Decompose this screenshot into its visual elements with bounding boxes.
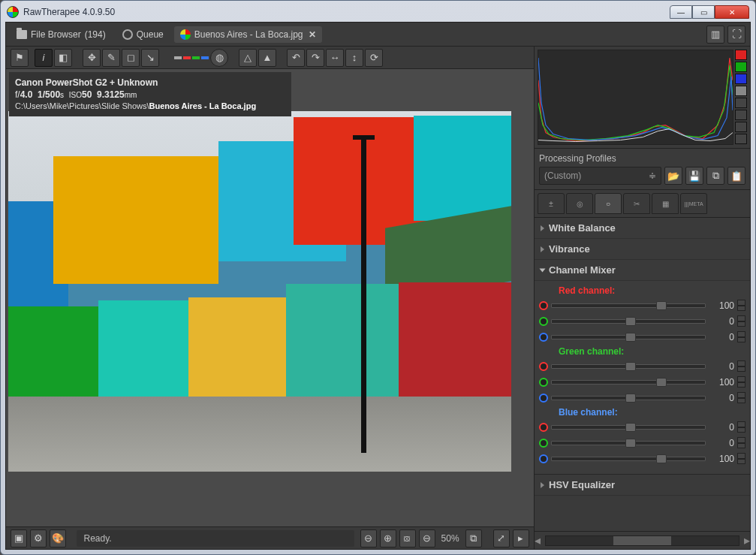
panel-title: White Balance — [549, 222, 616, 234]
spinner[interactable] — [737, 392, 745, 403]
move-tool-button[interactable]: ✥ — [83, 49, 101, 67]
panel-white-balance[interactable]: White Balance — [535, 218, 750, 239]
close-button[interactable]: ✕ — [715, 5, 749, 19]
spinner[interactable] — [737, 315, 745, 327]
titlebar[interactable]: RawTherapee 4.0.9.50 — ▭ ✕ — [5, 5, 751, 22]
histogram-green-toggle[interactable] — [735, 62, 747, 72]
reset-icon[interactable] — [539, 378, 548, 387]
reset-icon[interactable] — [539, 439, 548, 448]
tool-tab-raw[interactable]: ▦ — [652, 193, 679, 214]
preview-channel-chips — [174, 56, 209, 59]
tab-image[interactable]: Buenos Aires - La Boca.jpg ✕ — [174, 26, 322, 43]
reset-icon[interactable] — [539, 394, 548, 403]
rotate-right-button[interactable]: ↷ — [306, 49, 324, 67]
flip-h-button[interactable]: ↔ — [326, 49, 344, 67]
chevron-right-icon[interactable]: ▸ — [744, 533, 750, 547]
spinner[interactable] — [737, 376, 745, 388]
panel-hsv-equalizer[interactable]: HSV Equalizer — [535, 475, 750, 496]
profile-copy-button[interactable]: ⧉ — [706, 167, 724, 185]
zoom-out-full-button[interactable]: ⊖ — [360, 529, 377, 547]
image-viewport[interactable]: Canon PowerShot G2 + Unknown f/4.0 1/500… — [6, 69, 534, 526]
reset-icon[interactable] — [539, 301, 548, 310]
red-chip[interactable] — [183, 56, 191, 59]
panel-vibrance[interactable]: Vibrance — [535, 239, 750, 260]
green-g-value: 100 — [709, 377, 734, 388]
green-b-slider[interactable] — [551, 396, 706, 400]
zoom-in-button[interactable]: ⊕ — [380, 529, 396, 547]
new-detail-window-button[interactable]: ⧉ — [465, 529, 482, 547]
spinner[interactable] — [737, 453, 745, 464]
tab-queue[interactable]: Queue — [116, 26, 170, 43]
green-r-slider[interactable] — [551, 364, 706, 369]
fullscreen-button[interactable]: ⛶ — [727, 26, 745, 44]
profile-load-button[interactable]: 📂 — [664, 167, 682, 185]
profile-paste-button[interactable]: 📋 — [727, 167, 745, 185]
histogram-canvas[interactable] — [538, 50, 733, 145]
reset-icon[interactable] — [539, 362, 548, 371]
info-toggle-button[interactable]: i — [35, 49, 53, 67]
edit-external-button[interactable]: 🎨 — [50, 529, 66, 547]
reset-icon[interactable] — [539, 423, 548, 432]
focus-mask-button[interactable]: ◍ — [210, 49, 228, 67]
blue-r-slider[interactable] — [551, 425, 706, 430]
histogram-luma-toggle[interactable] — [735, 86, 747, 96]
maximize-button[interactable]: ▭ — [692, 5, 715, 19]
blue-b-slider[interactable] — [551, 457, 706, 461]
spinner[interactable] — [737, 360, 745, 372]
chevron-left-icon[interactable]: ◂ — [535, 533, 541, 547]
tool-tab-detail[interactable]: ◎ — [566, 193, 593, 214]
tab-file-browser[interactable]: File Browser (194) — [11, 26, 112, 43]
highlight-clip-button[interactable]: △ — [239, 49, 257, 67]
histogram-blue-toggle[interactable] — [735, 74, 747, 84]
red-b-value: 0 — [709, 332, 734, 342]
save-button[interactable]: ▣ — [11, 529, 27, 547]
shadow-clip-button[interactable]: ▲ — [258, 49, 276, 67]
straighten-tool-button[interactable]: ↘ — [141, 49, 159, 67]
auto-transform-button[interactable]: ⟳ — [365, 49, 383, 67]
zoom-out-button[interactable]: ⊖ — [419, 529, 435, 547]
layout-toggle-button[interactable]: ▥ — [706, 26, 724, 44]
panel-channel-mixer[interactable]: Channel Mixer — [535, 260, 750, 281]
spinner[interactable] — [737, 331, 745, 342]
fit-button[interactable]: ⤢ — [493, 529, 510, 547]
spinner[interactable] — [737, 437, 745, 448]
tool-panels[interactable]: White Balance Vibrance Channel Mixer Red… — [535, 218, 750, 531]
red-b-slider[interactable] — [551, 335, 706, 339]
crop-tool-button[interactable]: ◻ — [122, 49, 140, 67]
toggle-right-panel-button[interactable]: ▸ — [513, 529, 529, 547]
reset-icon[interactable] — [539, 317, 548, 326]
horizontal-scrollbar[interactable] — [545, 535, 739, 546]
tool-tab-transform[interactable]: ✂ — [623, 193, 650, 214]
reset-icon[interactable] — [539, 454, 548, 463]
close-tab-icon[interactable]: ✕ — [309, 29, 316, 40]
tool-tab-color[interactable]: ○ — [595, 193, 622, 214]
rotate-left-button[interactable]: ↶ — [287, 49, 305, 67]
reset-icon[interactable] — [539, 333, 548, 342]
red-r-slider[interactable] — [551, 303, 706, 308]
histogram-bar-toggle[interactable] — [735, 122, 747, 132]
profile-save-button[interactable]: 💾 — [685, 167, 703, 185]
flip-v-button[interactable]: ↕ — [345, 49, 363, 67]
right-panel-scrollbar[interactable]: ◂ ▸ — [535, 531, 750, 549]
tool-tab-meta[interactable]: |||META — [680, 193, 707, 214]
histogram-chroma-toggle[interactable] — [735, 98, 747, 108]
histogram-mode-toggle[interactable] — [735, 134, 747, 144]
spinner[interactable] — [737, 300, 745, 311]
histogram-red-toggle[interactable] — [735, 50, 747, 60]
tool-tab-exposure[interactable]: ± — [538, 193, 565, 214]
green-g-slider[interactable] — [551, 380, 706, 385]
histogram-raw-toggle[interactable] — [735, 110, 747, 120]
picker-tool-button[interactable]: ✎ — [102, 49, 120, 67]
minimize-button[interactable]: — — [670, 5, 692, 19]
spinner[interactable] — [737, 421, 745, 433]
before-after-button[interactable]: ◧ — [54, 49, 72, 67]
blue-g-slider[interactable] — [551, 441, 706, 445]
profile-select[interactable]: (Custom) ≑ — [539, 167, 661, 185]
luminance-chip[interactable] — [174, 56, 182, 59]
queue-add-button[interactable]: ⚙ — [30, 529, 47, 547]
red-g-slider[interactable] — [551, 319, 706, 324]
blue-chip[interactable] — [201, 56, 209, 59]
zoom-100-button[interactable]: ⦻ — [399, 529, 416, 547]
hand-tool-button[interactable]: ⚑ — [11, 49, 29, 67]
green-chip[interactable] — [192, 56, 200, 59]
